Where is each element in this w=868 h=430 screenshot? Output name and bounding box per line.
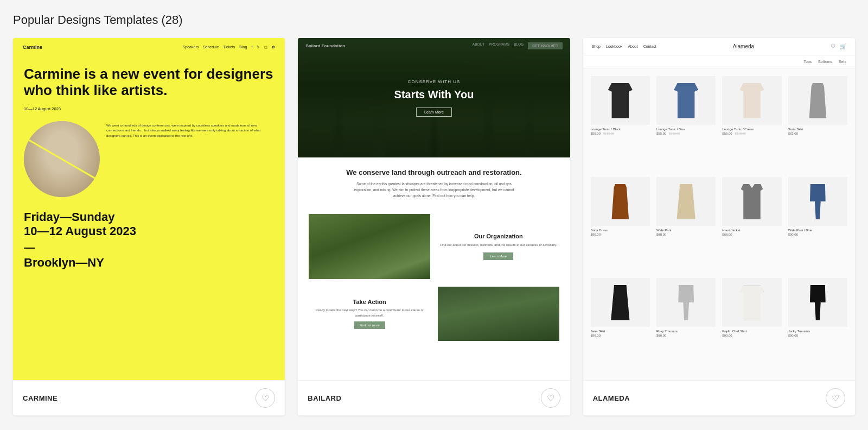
bailard-action-image bbox=[438, 287, 559, 341]
alameda-products-grid: Lounge Tunic / Black $55.00 $110.00 Loun… bbox=[583, 68, 855, 380]
alameda-favorite-button[interactable]: ♡ bbox=[826, 388, 845, 408]
page-title: Popular Designs Templates (28) bbox=[13, 13, 855, 27]
bailard-section-1-title: We conserve land through outreach and re… bbox=[325, 168, 542, 176]
bailard-action-desc: Ready to take the next step? You can bec… bbox=[309, 308, 430, 318]
alameda-product-item: Soria Skirt $62.00 bbox=[785, 73, 851, 174]
alameda-product-item: Lounge Tunic / Blue $55.00 $110.00 bbox=[653, 73, 719, 174]
carmine-preview: Carmine Speakers Schedule Tickets Blog f… bbox=[13, 38, 285, 380]
bailard-hero-button[interactable]: Learn More bbox=[416, 108, 452, 117]
template-card-carmine: Carmine Speakers Schedule Tickets Blog f… bbox=[13, 38, 285, 415]
bailard-section-3: Take Action Ready to take the next step?… bbox=[298, 287, 570, 345]
alameda-nav: Shop Lookbook About Contact Alameda ♡ 🛒 bbox=[583, 38, 855, 55]
bailard-landscape-image bbox=[309, 214, 430, 279]
carmine-template-name: CARMINE bbox=[23, 394, 58, 402]
bailard-card-footer: BAILARD ♡ bbox=[298, 380, 570, 415]
bailard-preview: Bailard Foundation ABOUT PROGRAMS BLOG G… bbox=[298, 38, 570, 380]
heart-nav-icon: ♡ bbox=[831, 43, 835, 49]
alameda-product-item: Wide Pant / Blue $90.00 bbox=[785, 174, 851, 275]
bailard-action-section: Take Action Ready to take the next step?… bbox=[309, 299, 430, 329]
alameda-product-item: Soria Dress $90.00 bbox=[588, 174, 653, 275]
carmine-headline: Carmine is a new event for designers who… bbox=[24, 66, 274, 99]
bailard-hero-overlay: CONSERVE WITH US Starts With You Learn M… bbox=[298, 38, 570, 157]
alameda-nav-icons: ♡ 🛒 bbox=[831, 43, 846, 49]
alameda-product-item: Jacky Trousers $90.00 bbox=[785, 275, 851, 376]
bailard-action-title: Take Action bbox=[309, 299, 430, 305]
alameda-product-item: Haori Jacket $68.00 bbox=[719, 174, 784, 275]
templates-grid: Carmine Speakers Schedule Tickets Blog f… bbox=[13, 38, 855, 415]
alameda-product-item: Lounge Tunic / Black $55.00 $110.00 bbox=[588, 73, 653, 174]
carmine-middle: We went to hundreds of design conference… bbox=[24, 121, 274, 197]
carmine-nav: Carmine Speakers Schedule Tickets Blog f… bbox=[13, 38, 285, 56]
alameda-nav-logo: Alameda bbox=[733, 43, 754, 49]
bailard-hero-title: Starts With You bbox=[394, 88, 474, 101]
carmine-date-small: 10—12 August 2023 bbox=[24, 106, 274, 111]
bailard-section-1: We conserve land through outreach and re… bbox=[298, 157, 570, 210]
template-card-alameda: Shop Lookbook About Contact Alameda ♡ 🛒 … bbox=[583, 38, 855, 415]
heart-icon: ♡ bbox=[547, 393, 554, 403]
heart-icon: ♡ bbox=[261, 393, 269, 403]
alameda-product-item: Wide Pant $90.00 bbox=[653, 174, 719, 275]
alameda-product-item: Jane Skirt $90.00 bbox=[588, 275, 653, 376]
alameda-template-name: ALAMEDA bbox=[593, 394, 630, 402]
carmine-body-text: We went to hundreds of design conference… bbox=[106, 121, 274, 197]
carmine-card-footer: CARMINE ♡ bbox=[13, 380, 285, 415]
alameda-product-item: Lounge Tunic / Cream $55.00 $110.00 bbox=[719, 73, 784, 174]
alameda-nav-links: Shop Lookbook About Contact bbox=[592, 45, 656, 48]
carmine-footer-location: Brooklyn—NY bbox=[24, 256, 274, 270]
bailard-template-name: BAILARD bbox=[308, 394, 341, 402]
carmine-favorite-button[interactable]: ♡ bbox=[256, 388, 275, 408]
bailard-section-1-text: Some of the earth's greatest landscapes … bbox=[353, 181, 515, 199]
bailard-section-2: Our Organization Find out about our miss… bbox=[298, 210, 570, 287]
heart-icon: ♡ bbox=[832, 393, 839, 403]
carmine-footer-dates: Friday—Sunday10—12 August 2023 bbox=[24, 210, 274, 239]
bailard-favorite-button[interactable]: ♡ bbox=[541, 388, 560, 408]
bailard-organization-section: Our Organization Find out about our miss… bbox=[438, 233, 559, 260]
carmine-nav-logo: Carmine bbox=[23, 45, 42, 50]
alameda-preview: Shop Lookbook About Contact Alameda ♡ 🛒 … bbox=[583, 38, 855, 380]
bailard-hero-subtitle: CONSERVE WITH US bbox=[408, 79, 461, 84]
carmine-footer-dash: — bbox=[24, 241, 274, 254]
template-card-bailard: Bailard Foundation ABOUT PROGRAMS BLOG G… bbox=[298, 38, 570, 415]
bailard-org-title: Our Organization bbox=[438, 233, 559, 239]
alameda-card-footer: ALAMEDA ♡ bbox=[583, 380, 855, 415]
bailard-org-text: Find out about our mission, methods, and… bbox=[438, 243, 559, 248]
alameda-product-item: Poplin Chef Shirt $90.00 bbox=[719, 275, 784, 376]
alameda-category-tabs: Tops Bottoms Sets bbox=[583, 55, 855, 68]
bailard-hero: Bailard Foundation ABOUT PROGRAMS BLOG G… bbox=[298, 38, 570, 157]
cart-nav-icon: 🛒 bbox=[840, 43, 846, 49]
alameda-product-item: Roxy Trousers $90.00 bbox=[653, 275, 719, 376]
carmine-circle-image bbox=[24, 121, 100, 197]
carmine-body: Carmine is a new event for designers who… bbox=[13, 56, 285, 380]
carmine-nav-links: Speakers Schedule Tickets Blog f 𝕏 ◻ ✿ bbox=[183, 45, 276, 49]
bailard-org-button[interactable]: Learn More bbox=[483, 252, 513, 260]
bailard-action-button[interactable]: Find out more bbox=[354, 321, 385, 329]
